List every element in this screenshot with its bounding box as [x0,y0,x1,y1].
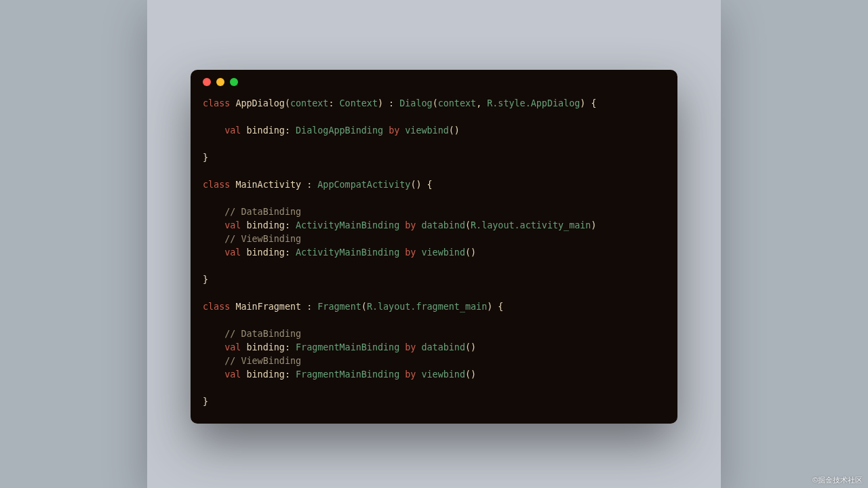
comment-databinding: // DataBinding [224,207,301,217]
arg-R-layout-activity-main: R.layout.activity_main [471,220,591,230]
comment-viewbinding: // ViewBinding [224,234,301,244]
type-ActivityMainBinding: ActivityMainBinding [296,220,399,230]
type-AppCompatActivity: AppCompatActivity [317,180,410,190]
id-binding: binding [247,342,285,352]
param-context: context [290,98,328,108]
fn-databind: databind [422,220,466,230]
type-Dialog: Dialog [399,98,432,108]
kw-by: by [405,342,416,352]
kw-val: val [224,342,241,352]
kw-by: by [405,247,416,258]
kw-val: val [224,369,241,380]
type-ActivityMainBinding: ActivityMainBinding [296,247,399,258]
kw-by: by [405,369,416,380]
fn-viewbind: viewbind [422,247,466,258]
type-Fragment: Fragment [317,302,361,312]
page-root: class AppDialog(context: Context) : Dial… [0,0,868,488]
close-icon[interactable] [203,78,211,86]
type-DialogAppBinding: DialogAppBinding [296,125,383,136]
id-binding: binding [247,247,285,258]
id-AppDialog: AppDialog [235,98,285,108]
id-MainFragment: MainFragment [235,302,301,312]
id-binding: binding [247,369,285,380]
kw-val: val [224,247,241,258]
watermark: ©掘金技术社区 [812,475,863,485]
type-FragmentMainBinding: FragmentMainBinding [296,369,399,380]
kw-class: class [203,180,230,190]
minimize-icon[interactable] [216,78,224,86]
arg-R-layout-fragment-main: R.layout.fragment_main [367,302,487,312]
panel-backdrop: class AppDialog(context: Context) : Dial… [147,0,721,488]
window-titlebar [191,70,677,94]
id-MainActivity: MainActivity [235,180,301,190]
type-FragmentMainBinding: FragmentMainBinding [296,342,399,352]
fn-viewbind: viewbind [405,125,449,136]
id-binding: binding [247,220,285,230]
arg-context: context [438,98,476,108]
arg-R-style-AppDialog: R.style.AppDialog [487,98,580,108]
kw-class: class [203,302,230,312]
maximize-icon[interactable] [230,78,238,86]
kw-val: val [224,125,241,136]
kw-val: val [224,220,241,230]
kw-class: class [203,98,230,108]
code-window: class AppDialog(context: Context) : Dial… [191,70,677,424]
code-block: class AppDialog(context: Context) : Dial… [191,94,677,424]
fn-databind: databind [422,342,466,352]
id-binding: binding [247,125,285,136]
fn-viewbind: viewbind [422,369,466,380]
kw-by: by [405,220,416,230]
type-Context: Context [340,98,378,108]
kw-by: by [389,125,399,136]
comment-databinding: // DataBinding [224,329,301,339]
comment-viewbinding: // ViewBinding [224,356,301,366]
